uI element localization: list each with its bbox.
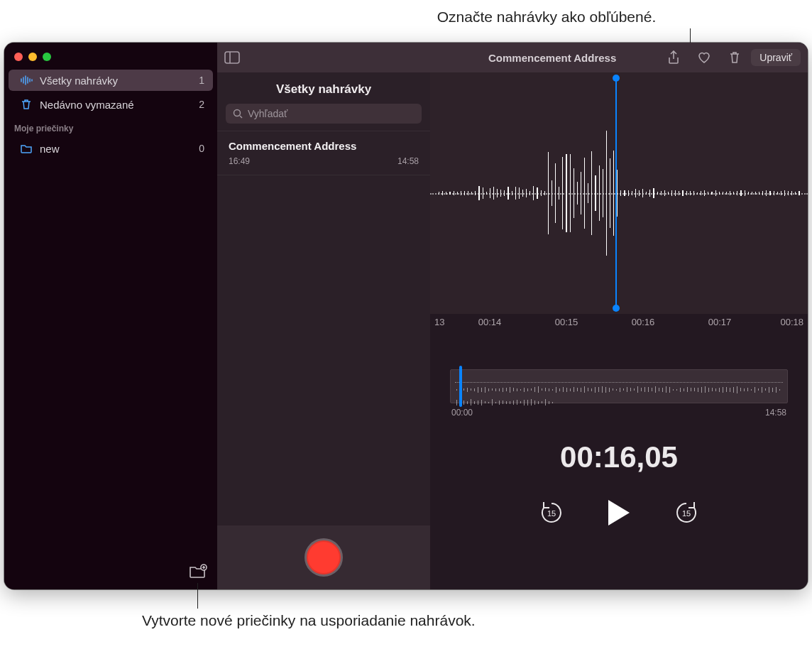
- timecode-display: 00:16,05: [430, 422, 808, 481]
- overview-mini-wave: [455, 382, 783, 391]
- window-controls: [4, 43, 217, 68]
- sidebar-item-count: 1: [199, 75, 204, 86]
- search-placeholder: Vyhľadať: [248, 108, 287, 119]
- trash-icon: [20, 98, 33, 111]
- skip-forward-seconds: 15: [674, 500, 699, 527]
- toggle-sidebar-button[interactable]: [224, 51, 240, 64]
- search-input[interactable]: Vyhľadať: [226, 104, 422, 124]
- waveform-overview[interactable]: [450, 369, 788, 403]
- ruler-tick: 00:17: [681, 317, 758, 334]
- overview-start-label: 00:00: [451, 408, 473, 418]
- minimize-window-button[interactable]: [28, 53, 37, 61]
- sidebar-item-label: Všetky nahrávky: [40, 75, 118, 87]
- waveform-bars: [430, 72, 808, 314]
- playback-controls: 15 15: [430, 481, 808, 548]
- edit-button[interactable]: Upraviť: [751, 49, 801, 66]
- svg-marker-11: [608, 500, 630, 525]
- ruler-tick: 00:18: [758, 317, 808, 334]
- ruler-tick: 00:15: [528, 317, 605, 334]
- recording-title: Commencement Address: [229, 140, 419, 152]
- sidebar-folder-new[interactable]: new 0: [9, 138, 213, 159]
- svg-line-10: [240, 116, 242, 118]
- sidebar-item-recently-deleted[interactable]: Nedávno vymazané 2: [9, 94, 213, 115]
- sidebar-item-label: Nedávno vymazané: [40, 99, 134, 111]
- fullscreen-window-button[interactable]: [43, 53, 51, 61]
- recording-item[interactable]: Commencement Address 16:49 14:58: [217, 131, 430, 175]
- waveform-main[interactable]: [430, 72, 808, 314]
- close-window-button[interactable]: [14, 53, 23, 61]
- ruler-tick: 13: [430, 317, 451, 334]
- callout-new-folder: Vytvorte nové priečinky na usporiadanie …: [142, 611, 476, 630]
- callout-favorite: Označte nahrávky ako obľúbené.: [383, 9, 710, 26]
- ruler-tick: 00:16: [605, 317, 681, 334]
- svg-point-9: [234, 110, 241, 116]
- playhead[interactable]: [615, 78, 617, 308]
- callout-new-folder-line: [197, 583, 198, 609]
- folder-icon: [20, 142, 33, 155]
- recording-duration: 14:58: [397, 156, 419, 166]
- voice-memos-window: Všetky nahrávky 1 Nedávno vymazané 2 Moj…: [4, 43, 808, 589]
- delete-button[interactable]: [728, 50, 741, 65]
- svg-rect-7: [225, 52, 239, 63]
- ruler-tick: 00:14: [451, 317, 528, 334]
- sidebar-item-count: 2: [199, 99, 204, 110]
- list-header: Všetky nahrávky: [217, 72, 430, 104]
- overview-end-label: 14:58: [765, 408, 786, 418]
- waveform-icon: [20, 74, 33, 87]
- skip-back-seconds: 15: [539, 500, 564, 527]
- skip-forward-15-button[interactable]: 15: [674, 500, 699, 525]
- recordings-list-panel: Všetky nahrávky Vyhľadať Commencement Ad…: [217, 43, 430, 589]
- sidebar-folder-count: 0: [199, 143, 204, 154]
- recording-time: 16:49: [229, 156, 250, 166]
- list-toolbar: [217, 43, 430, 72]
- recording-detail-panel: Commencement Address Upraviť 13 00:14: [430, 43, 808, 589]
- overview-cursor[interactable]: [459, 366, 462, 407]
- new-folder-button[interactable]: [189, 564, 207, 579]
- sidebar-item-all-recordings[interactable]: Všetky nahrávky 1: [9, 70, 213, 91]
- record-button[interactable]: [304, 538, 343, 577]
- search-icon: [233, 109, 243, 119]
- sidebar: Všetky nahrávky 1 Nedávno vymazané 2 Moj…: [4, 43, 217, 589]
- play-button[interactable]: [607, 499, 631, 527]
- share-button[interactable]: [667, 50, 680, 65]
- sidebar-section-my-folders: Moje priečinky: [4, 116, 217, 136]
- favorite-button[interactable]: [697, 51, 711, 64]
- record-bar: [217, 525, 430, 589]
- detail-toolbar: Commencement Address Upraviť: [430, 43, 808, 72]
- sidebar-folder-label: new: [40, 143, 60, 155]
- detail-title: Commencement Address: [437, 52, 667, 64]
- skip-back-15-button[interactable]: 15: [539, 500, 564, 525]
- time-ruler: 13 00:14 00:15 00:16 00:17 00:18: [430, 314, 808, 334]
